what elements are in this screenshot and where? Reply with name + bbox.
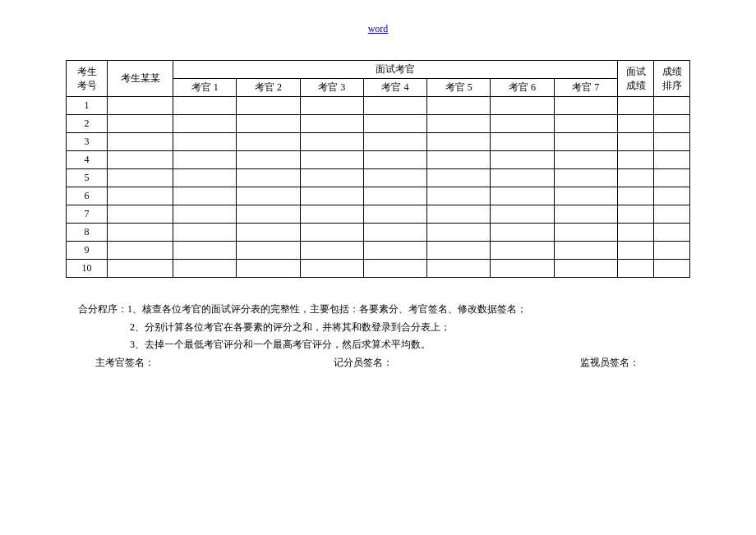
cell bbox=[427, 260, 491, 278]
cell bbox=[618, 260, 654, 278]
cell bbox=[237, 242, 300, 260]
cell bbox=[300, 260, 363, 278]
cell bbox=[427, 151, 491, 169]
table-row: 10 bbox=[67, 260, 690, 278]
cell bbox=[173, 133, 237, 151]
cell bbox=[173, 260, 237, 278]
cell-exam-id: 4 bbox=[67, 151, 108, 169]
col-judge-3: 考官 3 bbox=[300, 79, 363, 97]
cell bbox=[173, 205, 237, 224]
cell bbox=[491, 97, 554, 115]
cell bbox=[363, 169, 426, 187]
cell bbox=[173, 224, 237, 242]
cell bbox=[618, 205, 654, 224]
cell bbox=[300, 169, 363, 187]
cell bbox=[363, 97, 426, 115]
cell bbox=[491, 169, 554, 187]
cell bbox=[363, 115, 426, 133]
sig-monitor: 监视员签名： bbox=[580, 356, 639, 370]
cell bbox=[618, 133, 654, 151]
cell bbox=[427, 115, 491, 133]
table-row: 3 bbox=[67, 133, 690, 151]
cell bbox=[654, 97, 690, 115]
cell bbox=[363, 224, 426, 242]
cell bbox=[618, 115, 654, 133]
cell bbox=[554, 242, 617, 260]
table-row: 8 bbox=[67, 224, 690, 242]
cell-exam-id: 2 bbox=[67, 115, 108, 133]
signature-row: 主考官签名： 记分员签名： 监视员签名： bbox=[0, 354, 756, 370]
cell bbox=[554, 169, 617, 187]
cell bbox=[300, 151, 363, 169]
col-judge-1: 考官 1 bbox=[173, 79, 237, 97]
cell-exam-id: 10 bbox=[67, 260, 108, 278]
note-item-3: 3、去掉一个最低考官评分和一个最高考官评分，然后求算术平均数。 bbox=[78, 336, 756, 354]
cell bbox=[300, 115, 363, 133]
cell bbox=[618, 97, 654, 115]
cell bbox=[173, 242, 237, 260]
cell bbox=[300, 187, 363, 205]
cell bbox=[173, 151, 237, 169]
cell bbox=[554, 260, 617, 278]
notes-label: 合分程序： bbox=[78, 303, 127, 315]
cell bbox=[654, 151, 690, 169]
cell bbox=[363, 133, 426, 151]
cell bbox=[427, 187, 491, 205]
cell-exam-id: 9 bbox=[67, 242, 108, 260]
cell bbox=[554, 115, 617, 133]
cell bbox=[491, 260, 554, 278]
cell bbox=[491, 133, 554, 151]
word-link[interactable]: word bbox=[368, 23, 389, 35]
cell bbox=[654, 205, 690, 224]
cell bbox=[108, 115, 173, 133]
cell-exam-id: 3 bbox=[67, 133, 108, 151]
cell bbox=[654, 224, 690, 242]
cell bbox=[300, 133, 363, 151]
col-judge-2: 考官 2 bbox=[237, 79, 300, 97]
cell bbox=[618, 187, 654, 205]
notes-section: 合分程序：1、核查各位考官的面试评分表的完整性，主要包括：各要素分、考官签名、修… bbox=[0, 278, 756, 354]
cell bbox=[237, 260, 300, 278]
cell bbox=[237, 115, 300, 133]
cell bbox=[300, 205, 363, 224]
cell bbox=[491, 151, 554, 169]
table-row: 9 bbox=[67, 242, 690, 260]
col-rank: 成绩 排序 bbox=[654, 61, 690, 97]
cell bbox=[554, 133, 617, 151]
cell bbox=[554, 187, 617, 205]
table-row: 4 bbox=[67, 151, 690, 169]
cell bbox=[173, 115, 237, 133]
table-body: 12345678910 bbox=[67, 97, 690, 278]
cell bbox=[237, 169, 300, 187]
col-judge-5: 考官 5 bbox=[427, 79, 491, 97]
cell bbox=[237, 187, 300, 205]
col-judge-4: 考官 4 bbox=[363, 79, 426, 97]
cell bbox=[427, 205, 491, 224]
cell bbox=[554, 151, 617, 169]
cell bbox=[618, 151, 654, 169]
cell bbox=[173, 97, 237, 115]
cell bbox=[654, 260, 690, 278]
cell bbox=[108, 224, 173, 242]
col-exam-name: 考生某某 bbox=[108, 61, 173, 97]
cell-exam-id: 1 bbox=[67, 97, 108, 115]
cell-exam-id: 6 bbox=[67, 187, 108, 205]
cell bbox=[300, 242, 363, 260]
cell bbox=[108, 97, 173, 115]
cell bbox=[427, 97, 491, 115]
sig-chief: 主考官签名： bbox=[95, 356, 334, 370]
cell bbox=[237, 205, 300, 224]
cell bbox=[363, 242, 426, 260]
cell bbox=[237, 97, 300, 115]
cell bbox=[173, 169, 237, 187]
cell bbox=[491, 115, 554, 133]
cell bbox=[427, 169, 491, 187]
sig-scorer: 记分员签名： bbox=[334, 356, 580, 370]
cell bbox=[427, 224, 491, 242]
table-row: 6 bbox=[67, 187, 690, 205]
note-item-1: 1、核查各位考官的面试评分表的完整性，主要包括：各要素分、考官签名、修改数据签名… bbox=[127, 303, 527, 315]
cell bbox=[654, 242, 690, 260]
col-judge-7: 考官 7 bbox=[554, 79, 617, 97]
score-table-container: 考生 考号 考生某某 面试考官 面试 成绩 成绩 排序 考官 1 考官 2 考官… bbox=[0, 60, 756, 278]
cell bbox=[491, 205, 554, 224]
